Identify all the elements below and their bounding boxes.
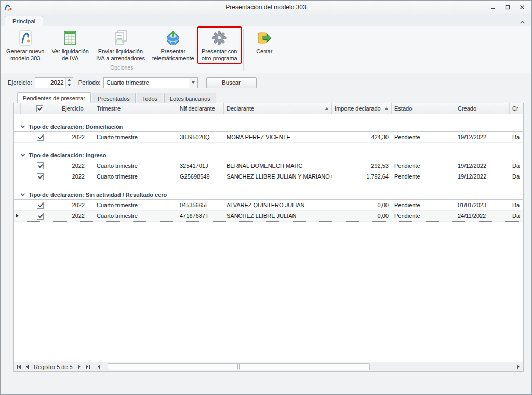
last-record-button[interactable] [84,363,92,371]
row-checkbox[interactable] [37,134,44,141]
declarations-table: Ejercicio Trimestre Nif declarante Decla… [13,103,524,372]
minimize-icon [490,5,496,10]
ejercicio-spinner[interactable] [35,77,73,88]
arrow-left-icon [26,365,29,369]
cell-trimestre: Cuarto trimestre [94,200,177,210]
table-row[interactable]: 2022 Cuarto trimestre G25698549 SANCHEZ … [14,171,523,182]
button-label: Ver liquidación [51,48,89,55]
row-checkbox[interactable] [37,173,44,180]
cell-declarante: SANCHEZ LLIBRE JULIAN [224,211,332,221]
cell-creado: 19/12/2022 [455,160,510,171]
scroll-left-button[interactable] [95,363,103,371]
scroll-right-button[interactable] [514,363,522,371]
group-label: Tipo de declaración: Sin actividad / Res… [29,192,167,198]
enviar-liquidacion-button[interactable]: Enviar liquidación IVA a arrendadores [92,28,149,63]
close-button[interactable] [516,3,528,12]
tab-presentados[interactable]: Presentados [92,93,136,103]
group-label: Tipo de declaración: Domiciliación [29,124,123,130]
titlebar: Presentación del modelo 303 [1,1,531,14]
column-header-estado[interactable]: Estado [392,103,455,114]
tab-lotes-bancarios[interactable]: Lotes bancarios [164,93,216,103]
buscar-button[interactable]: Buscar [206,77,257,88]
spreadsheet-icon [62,30,78,46]
row-checkbox[interactable] [37,213,44,220]
ribbon-group-cerrar: Cerrar [246,28,283,73]
group-spacer [14,143,523,151]
row-checkbox[interactable] [37,162,44,169]
maximize-icon [505,5,510,10]
table-row[interactable]: 2022 Cuarto trimestre 04535665L ALVAREZ … [14,200,523,211]
spinner-down-button[interactable] [66,83,73,88]
cell-creado: 19/12/2022 [455,171,510,182]
filter-bar: Ejercicio: Periodo: Cuarto trimestre Bus… [1,73,531,92]
column-header-nif-declarante[interactable]: Nif declarante [177,103,224,114]
cell-estado: Pendiente [392,171,455,182]
cell-importe: 424,30 [332,132,392,142]
dropdown-button[interactable] [189,78,197,88]
previous-record-button[interactable] [23,363,31,371]
cell-nif: 04535665L [177,200,224,210]
cell-estado: Pendiente [392,160,455,171]
column-header-trimestre[interactable]: Trimestre [94,103,177,114]
column-label: Declarante [227,105,254,112]
generar-nuevo-modelo-button[interactable]: Generar nuevo modelo 303 [3,28,48,63]
group-label: Tipo de declaración: Ingreso [29,152,107,158]
group-header-domiciliacion[interactable]: Tipo de declaración: Domiciliación [14,122,523,132]
spinner-up-button[interactable] [66,78,73,83]
tab-todos[interactable]: Todos [137,93,163,103]
column-header-declarante[interactable]: Declarante [224,103,332,114]
scrollbar-track[interactable] [103,363,514,371]
minimize-button[interactable] [487,3,499,12]
row-indicator [14,171,21,182]
header-select-all[interactable] [21,103,59,114]
presentar-telematicamente-button[interactable]: Presentar telemáticamente [149,28,198,63]
column-header-ejercicio[interactable]: Ejercicio [59,103,94,114]
ribbon-group-label-empty [246,64,283,73]
ver-liquidacion-iva-button[interactable]: Ver liquidación de IVA [48,28,92,63]
collapse-group-icon[interactable] [21,192,25,196]
row-checkbox[interactable] [37,202,44,209]
periodo-value: Cuarto trimestre [104,79,189,86]
column-label: Nif declarante [180,105,215,112]
cell-declarante: ALVAREZ QUINTERO JULIAN [224,200,332,210]
button-label: de IVA [62,55,78,62]
table-row-selected[interactable]: 2022 Cuarto trimestre 47167687T SANCHEZ … [14,211,523,222]
sort-ascending-icon [325,107,329,110]
ribbon-tab-principal[interactable]: Principal [5,16,43,26]
grip-icon [236,364,242,369]
window-title: Presentación del modelo 303 [1,4,531,11]
cell-importe: 0,00 [332,200,392,210]
first-record-button[interactable] [15,363,23,371]
column-header-importe-declarado[interactable]: Importe declarado [332,103,392,114]
group-header-sin-actividad[interactable]: Tipo de declaración: Sin actividad / Res… [14,190,523,200]
cell-creado: 19/12/2022 [455,132,510,142]
table-row[interactable]: 2022 Cuarto trimestre 32541701J BERNAL D… [14,160,523,171]
select-all-checkbox[interactable] [36,105,43,112]
cell-trimestre: Cuarto trimestre [94,171,177,182]
column-label: Creado [458,105,476,112]
arrow-right-icon [78,365,81,369]
button-label: telemáticamente [152,55,194,62]
column-header-creado-por[interactable]: Cr [510,103,523,114]
table-row[interactable]: 2022 Cuarto trimestre 38395020Q MORA PER… [14,132,523,143]
presentar-otro-programa-button[interactable]: Presentar con otro programa [198,28,241,63]
cell-creado-por: Da [510,171,523,182]
tab-pendientes-de-presentar[interactable]: Pendientes de presentar [17,92,91,103]
cell-nif: 47167687T [177,211,224,221]
ribbon-group-label: Opciones [3,64,241,73]
maximize-button[interactable] [501,3,514,12]
periodo-dropdown[interactable]: Cuarto trimestre [103,77,198,88]
ejercicio-input[interactable] [35,78,65,88]
next-record-button[interactable] [75,363,84,371]
column-label: Estado [394,105,412,112]
group-header-ingreso[interactable]: Tipo de declaración: Ingreso [14,151,523,160]
scrollbar-thumb[interactable] [108,363,370,370]
group-spacer [14,182,523,190]
column-header-creado[interactable]: Creado [455,103,510,114]
ribbon-collapse-button[interactable] [520,17,525,26]
cerrar-button[interactable]: Cerrar [246,28,283,63]
cell-declarante: SANCHEZ LLIBRE JULIAN Y MARIANO C B [224,171,332,182]
collapse-group-icon[interactable] [21,124,25,128]
collapse-group-icon[interactable] [21,152,25,156]
horizontal-scrollbar[interactable] [95,363,522,371]
